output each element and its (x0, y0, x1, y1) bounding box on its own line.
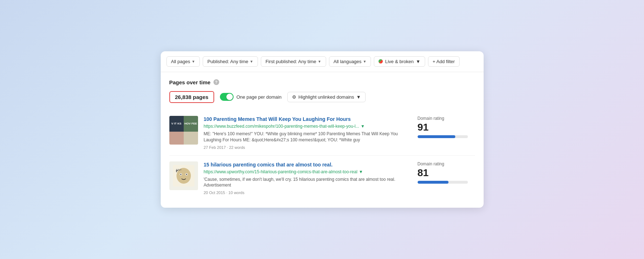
highlight-icon: ⚙ (292, 94, 296, 100)
chevron-down-icon: ▼ (250, 60, 253, 63)
result-url-1[interactable]: https://www.buzzfeed.com/mikespohr/100-p… (204, 124, 359, 129)
url-dropdown-icon[interactable]: ▼ (361, 124, 365, 129)
result-desc-2: 'Cause, sometimes, if we don't laugh, we… (204, 176, 412, 189)
add-filter-button[interactable]: + Add filter (428, 56, 460, 67)
filter-bar: All pages ▼ Published: Any time ▼ First … (161, 51, 484, 72)
highlight-unlinked-button[interactable]: ⚙ Highlight unlinked domains ▼ (287, 92, 366, 102)
first-published-filter[interactable]: First published: Any time ▼ (261, 56, 326, 67)
one-per-domain-label: One page per domain (236, 94, 282, 100)
result-url-row-2: https://www.upworthy.com/15-hilarious-pa… (204, 169, 412, 174)
result-info-1: 100 Parenting Memes That Will Keep You L… (204, 116, 412, 150)
thumbnail-1: V IT KS HOV FEE (169, 116, 198, 145)
chevron-down-icon: ▼ (318, 60, 321, 63)
thumbnail-2: AINT (169, 161, 198, 190)
all-pages-filter[interactable]: All pages ▼ (166, 56, 200, 67)
result-url-row-1: https://www.buzzfeed.com/mikespohr/100-p… (204, 124, 412, 129)
live-broken-filter[interactable]: Live & broken ▼ (374, 56, 425, 67)
section-title: Pages over time ? (169, 79, 475, 85)
results-list: V IT KS HOV FEE 100 Parenting Memes That… (169, 110, 475, 201)
chevron-down-icon: ▼ (192, 60, 195, 63)
domain-rating-2: Domain rating 81 (418, 161, 475, 184)
dr-value-2: 81 (418, 168, 475, 178)
live-broken-icon (379, 59, 383, 63)
result-desc-1: ME: "Here's 100 memes!" YOU: *White guy … (204, 131, 412, 143)
content-area: Pages over time ? 26,838 pages One page … (161, 72, 484, 208)
chevron-down-icon: ▼ (416, 59, 420, 64)
result-title-1[interactable]: 100 Parenting Memes That Will Keep You L… (204, 116, 412, 122)
dr-bar-fill-2 (418, 181, 449, 184)
result-meta-2: 20 Oct 2015 · 10 words (204, 190, 412, 195)
dr-value-1: 91 (418, 122, 475, 132)
dr-label-2: Domain rating (418, 161, 475, 166)
help-icon[interactable]: ? (213, 79, 219, 85)
one-per-domain-toggle[interactable] (220, 93, 234, 101)
domain-rating-1: Domain rating 91 (418, 116, 475, 138)
svg-point-4 (180, 174, 181, 175)
svg-text:AINT: AINT (176, 169, 182, 171)
published-filter[interactable]: Published: Any time ▼ (203, 56, 258, 67)
controls-row: 26,838 pages One page per domain ⚙ Highl… (169, 91, 475, 103)
url-dropdown-icon[interactable]: ▼ (359, 169, 363, 174)
all-languages-filter[interactable]: All languages ▼ (329, 56, 371, 67)
main-card: All pages ▼ Published: Any time ▼ First … (161, 51, 484, 208)
dr-bar-bg-2 (418, 181, 468, 184)
table-row: AINT 15 hilarious parenting comics that … (169, 156, 475, 201)
dr-bar-bg-1 (418, 135, 468, 138)
result-info-2: 15 hilarious parenting comics that are a… (204, 161, 412, 195)
svg-point-5 (186, 174, 187, 175)
result-title-2[interactable]: 15 hilarious parenting comics that are a… (204, 161, 412, 168)
dr-bar-fill-1 (418, 135, 455, 138)
cartoon-image: AINT (173, 165, 194, 187)
result-meta-1: 27 Feb 2017 · 22 words (204, 145, 412, 150)
table-row: V IT KS HOV FEE 100 Parenting Memes That… (169, 110, 475, 156)
pages-count-badge: 26,838 pages (169, 91, 214, 103)
dr-label-1: Domain rating (418, 116, 475, 121)
chevron-down-icon: ▼ (363, 60, 367, 63)
chevron-down-icon: ▼ (356, 94, 361, 100)
one-per-domain-toggle-row: One page per domain (220, 93, 282, 101)
result-url-2[interactable]: https://www.upworthy.com/15-hilarious-pa… (204, 169, 358, 174)
